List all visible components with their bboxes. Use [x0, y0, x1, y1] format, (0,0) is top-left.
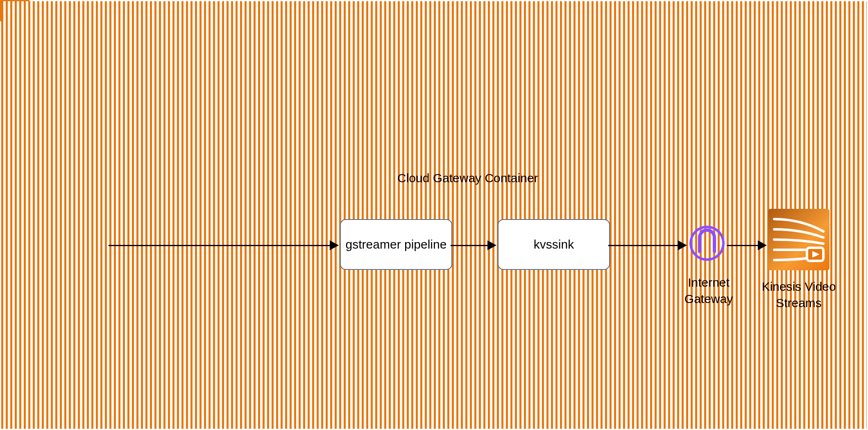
arrowhead-icon — [758, 240, 767, 250]
internet-gateway-icon — [688, 224, 726, 262]
kvssink-node: kvssink — [498, 219, 610, 270]
arrowhead-icon — [678, 240, 687, 250]
gstreamer-pipeline-text: gstreamer pipeline — [346, 236, 447, 253]
arrowhead-icon — [330, 240, 339, 250]
container-icon — [0, 0, 29, 21]
internet-gateway-label: Internet Gateway — [680, 274, 737, 307]
kinesis-video-streams-icon — [768, 209, 829, 270]
gstreamer-pipeline-node: gstreamer pipeline — [340, 219, 452, 270]
arrowhead-icon — [487, 240, 496, 250]
cloud-gateway-container-label: Cloud Gateway Container — [397, 171, 538, 185]
arrow-gstreamer-kvssink — [451, 245, 487, 246]
arrow-igw-kvs — [727, 245, 758, 246]
kinesis-video-streams-label: Kinesis Video Streams — [746, 278, 852, 311]
kvssink-text: kvssink — [534, 236, 574, 253]
arrow-rtsp — [109, 245, 330, 246]
arrow-kvssink-igw — [608, 245, 678, 246]
svg-point-41 — [691, 227, 723, 260]
